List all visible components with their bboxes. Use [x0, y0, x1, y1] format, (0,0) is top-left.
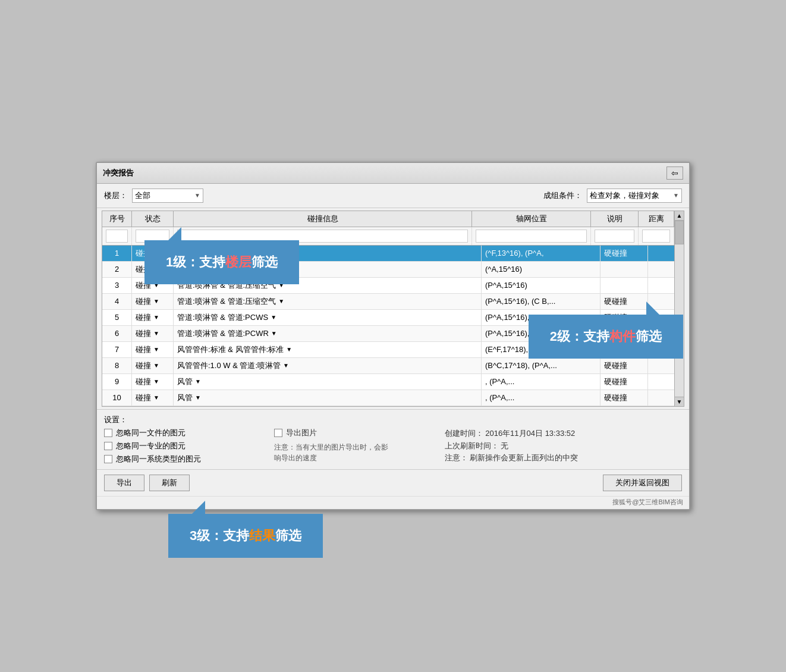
- scrollbar[interactable]: ▲ ▼: [674, 211, 684, 406]
- created-time-value: 2016年11月04日 13:33:52: [485, 429, 575, 438]
- created-time-row: 创建时间： 2016年11月04日 13:33:52: [445, 428, 682, 440]
- table-cell[interactable]: 碰撞▼: [132, 342, 174, 357]
- export-image-checkbox[interactable]: [274, 429, 282, 437]
- dropdown-arrow-icon[interactable]: ▼: [153, 346, 159, 353]
- table-cell[interactable]: 风管管件:1.0 W & 管道:喷淋管▼: [174, 358, 482, 373]
- dropdown-arrow-icon[interactable]: ▼: [195, 378, 201, 385]
- table-row[interactable]: 8碰撞▼风管管件:1.0 W & 管道:喷淋管▼(B^C,17^18), (P^…: [102, 358, 684, 374]
- table-row[interactable]: 7碰撞▼风管管件:标准 & 风管管件:标准▼(E^F,17^18), (E^F,…: [102, 342, 684, 358]
- dropdown-arrow-icon[interactable]: ▼: [271, 330, 277, 337]
- table-cell[interactable]: 碰撞▼: [132, 310, 174, 325]
- close-button[interactable]: 关闭并返回视图: [603, 475, 682, 491]
- table-cell[interactable]: 风管▼: [174, 374, 482, 390]
- dropdown-arrow-icon[interactable]: ▼: [278, 298, 284, 304]
- dropdown-arrow-icon[interactable]: ▼: [153, 250, 159, 256]
- table-cell[interactable]: 管道:喷淋管 & 管道:PCWS▼: [174, 310, 482, 325]
- filter-info-input[interactable]: [177, 230, 468, 243]
- table-cell: (B^C,17^18), (P^A,...: [482, 358, 600, 373]
- table-row[interactable]: 5碰撞▼管道:喷淋管 & 管道:PCWS▼(P^A,15^16), (B^A,.…: [102, 310, 684, 326]
- filter-id: [102, 227, 132, 245]
- table-cell: 硬碰撞: [600, 294, 648, 309]
- dropdown-arrow-icon[interactable]: ▼: [279, 266, 285, 272]
- col-header-dist: 距离: [639, 211, 674, 227]
- checkbox-3[interactable]: [104, 455, 112, 463]
- table-cell: 硬碰撞: [600, 310, 648, 325]
- col-header-status: 状态: [132, 211, 174, 227]
- refresh-button[interactable]: 刷新: [149, 475, 190, 491]
- table-cell[interactable]: 风管▼: [174, 390, 482, 406]
- filter-status-input[interactable]: [136, 230, 169, 243]
- table-row[interactable]: 3碰撞▼管道:喷淋管 & 管道:压缩空气▼(P^A,15^16): [102, 278, 684, 294]
- table-row[interactable]: 4碰撞▼管道:喷淋管 & 管道:压缩空气▼(P^A,15^16), (C B,.…: [102, 294, 684, 310]
- dropdown-arrow-icon[interactable]: ▼: [153, 282, 159, 288]
- checkbox-row-1: 忽略同一文件的图元: [104, 428, 262, 438]
- table-cell: 1: [102, 246, 132, 261]
- table-cell: [600, 278, 648, 293]
- filter-dist-input[interactable]: [642, 230, 670, 243]
- settings-mid: 导出图片 注意：当有大里的图片导出时，会影响导出的速度: [274, 428, 432, 464]
- dropdown-arrow-icon[interactable]: ▼: [153, 394, 159, 401]
- scroll-up-arrow[interactable]: ▲: [675, 211, 684, 221]
- table-cell[interactable]: 碰撞▼: [132, 294, 174, 309]
- table-cell: 9: [102, 374, 132, 390]
- toolbar: 楼层： 全部 ▼ 成组条件： 检查对象，碰撞对象 ▼: [97, 184, 689, 208]
- table-cell: (^F,13^16), (P^A,: [482, 246, 600, 261]
- back-button[interactable]: ⇦: [666, 167, 683, 180]
- table-cell: (P^A,15^16), (B^A,...: [482, 310, 600, 325]
- dropdown-arrow-icon[interactable]: ▼: [195, 250, 201, 256]
- scroll-track[interactable]: [675, 221, 684, 397]
- dropdown-arrow-icon[interactable]: ▼: [195, 394, 201, 401]
- table-row[interactable]: 2碰撞▼管道:喷淋管 & 管道:建筑土 ∨▼(^A,15^16): [102, 262, 684, 278]
- notice-text: 刷新操作会更新上面列出的中突: [470, 453, 578, 462]
- filter-axis-input[interactable]: [476, 230, 587, 243]
- table-row[interactable]: 9碰撞▼风管▼, (P^A,...硬碰撞: [102, 374, 684, 390]
- scroll-down-arrow[interactable]: ▼: [675, 397, 684, 406]
- table-cell[interactable]: 碰撞▼: [132, 390, 174, 406]
- filter-info: [174, 227, 472, 245]
- filter-desc-input[interactable]: [595, 230, 634, 243]
- table-cell[interactable]: 碰撞▼: [174, 246, 482, 261]
- filter-dist: [639, 227, 674, 245]
- table-cell[interactable]: 管道:喷淋管 & 管道:压缩空气▼: [174, 278, 482, 293]
- main-window: 冲突报告 ⇦ 楼层： 全部 ▼ 成组条件： 检查对象，碰撞对象 ▼ 序号 状态 …: [96, 162, 690, 510]
- checkbox-2[interactable]: [104, 442, 112, 450]
- table-cell[interactable]: 风管管件:标准 & 风管管件:标准▼: [174, 342, 482, 357]
- table-row[interactable]: 1碰撞▼碰撞▼(^F,13^16), (P^A,硬碰撞: [102, 246, 684, 262]
- table-cell[interactable]: 碰撞▼: [132, 326, 174, 341]
- dropdown-arrow-icon[interactable]: ▼: [153, 266, 159, 272]
- dropdown-arrow-icon[interactable]: ▼: [278, 282, 284, 288]
- group-select-arrow: ▼: [673, 192, 679, 199]
- table-cell[interactable]: 碰撞▼: [132, 278, 174, 293]
- settings-info: 创建时间： 2016年11月04日 13:33:52 上次刷新时间： 无 注意：…: [445, 428, 682, 464]
- dropdown-arrow-icon[interactable]: ▼: [153, 378, 159, 385]
- dropdown-arrow-icon[interactable]: ▼: [283, 362, 289, 369]
- table-cell[interactable]: 碰撞▼: [132, 374, 174, 390]
- export-button[interactable]: 导出: [104, 475, 144, 491]
- settings-content: 忽略同一文件的图元 忽略同一专业的图元 忽略同一系统类型的图元 导出图片 注意：…: [104, 428, 682, 464]
- checkbox-1[interactable]: [104, 429, 112, 437]
- table-cell[interactable]: 碰撞▼: [132, 262, 174, 277]
- export-note: 注意：当有大里的图片导出时，会影响导出的速度: [274, 442, 393, 463]
- dropdown-arrow-icon[interactable]: ▼: [153, 330, 159, 337]
- table-cell[interactable]: 碰撞▼: [132, 358, 174, 373]
- dropdown-arrow-icon[interactable]: ▼: [286, 346, 292, 353]
- floor-label: 楼层：: [104, 190, 127, 201]
- table-cell[interactable]: 碰撞▼: [132, 246, 174, 261]
- floor-select[interactable]: 全部 ▼: [132, 189, 203, 203]
- scroll-thumb[interactable]: [675, 221, 684, 244]
- table-cell: 6: [102, 326, 132, 341]
- table-container: 序号 状态 碰撞信息 轴网位置 说明 距离 1碰撞▼碰撞▼(^F,13^16),…: [102, 211, 684, 407]
- table-cell[interactable]: 管道:喷淋管 & 管道:建筑土 ∨▼: [174, 262, 482, 277]
- dropdown-arrow-icon[interactable]: ▼: [153, 298, 159, 304]
- table-cell[interactable]: 管道:喷淋管 & 管道:PCWR▼: [174, 326, 482, 341]
- table-row[interactable]: 6碰撞▼管道:喷淋管 & 管道:PCWR▼(P^A,15^16), (B^A,.…: [102, 326, 684, 342]
- table-cell: (P^A,15^16), (B^A,...: [482, 326, 600, 341]
- table-row[interactable]: 10碰撞▼风管▼, (P^A,...硬碰撞: [102, 390, 684, 406]
- dropdown-arrow-icon[interactable]: ▼: [271, 314, 276, 321]
- table-cell[interactable]: 管道:喷淋管 & 管道:压缩空气▼: [174, 294, 482, 309]
- filter-id-input[interactable]: [106, 230, 128, 243]
- dropdown-arrow-icon[interactable]: ▼: [153, 314, 159, 321]
- group-select[interactable]: 检查对象，碰撞对象 ▼: [587, 189, 682, 203]
- dropdown-arrow-icon[interactable]: ▼: [153, 362, 159, 369]
- col-header-info: 碰撞信息: [174, 211, 472, 227]
